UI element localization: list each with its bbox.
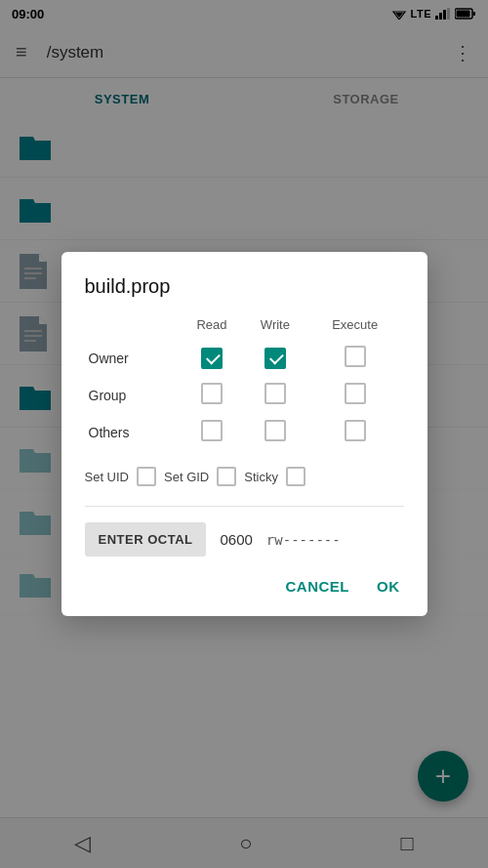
set-uid-label: Set UID [85, 470, 130, 484]
others-write-cell [244, 414, 306, 451]
divider [85, 506, 404, 507]
col-header-entity [85, 317, 181, 340]
permissions-dialog: build.prop Read Write Execute Owner [61, 252, 427, 616]
group-row: Group [85, 377, 404, 414]
group-execute-checkbox[interactable] [345, 383, 366, 404]
owner-read-cell [180, 340, 244, 377]
col-header-execute: Execute [306, 317, 404, 340]
owner-write-checkbox[interactable] [264, 348, 286, 369]
others-write-checkbox[interactable] [264, 420, 286, 441]
owner-execute-cell [306, 340, 404, 377]
enter-octal-button[interactable]: ENTER OCTAL [85, 522, 207, 557]
octal-row: ENTER OCTAL 0600 rw------- [85, 522, 404, 557]
others-label: Others [85, 414, 181, 451]
others-execute-cell [306, 414, 404, 451]
sticky-label: Sticky [244, 470, 278, 484]
col-header-write: Write [244, 317, 306, 340]
ok-button[interactable]: OK [373, 572, 404, 600]
owner-execute-checkbox[interactable] [345, 346, 366, 367]
permissions-table: Read Write Execute Owner [85, 317, 404, 451]
octal-value: 0600 [220, 531, 252, 548]
set-gid-label: Set GID [164, 470, 209, 484]
others-execute-checkbox[interactable] [345, 420, 366, 441]
set-gid-checkbox[interactable] [217, 467, 236, 486]
sticky-checkbox[interactable] [286, 467, 305, 486]
owner-row: Owner [85, 340, 404, 377]
dialog-overlay: build.prop Read Write Execute Owner [0, 0, 488, 868]
others-read-cell [180, 414, 244, 451]
group-read-cell [180, 377, 244, 414]
owner-write-cell [244, 340, 306, 377]
col-header-read: Read [180, 317, 244, 340]
dialog-title: build.prop [85, 275, 404, 298]
others-row: Others [85, 414, 404, 451]
group-write-cell [244, 377, 306, 414]
group-write-checkbox[interactable] [264, 383, 286, 404]
group-read-checkbox[interactable] [201, 383, 223, 404]
dialog-buttons: CANCEL OK [85, 572, 404, 600]
owner-read-checkbox[interactable] [201, 348, 223, 369]
group-execute-cell [306, 377, 404, 414]
special-bits-row: Set UID Set GID Sticky [85, 467, 404, 486]
set-uid-checkbox[interactable] [137, 467, 156, 486]
others-read-checkbox[interactable] [201, 420, 223, 441]
owner-label: Owner [85, 340, 181, 377]
perm-string: rw------- [266, 532, 341, 548]
group-label: Group [85, 377, 181, 414]
cancel-button[interactable]: CANCEL [282, 572, 354, 600]
